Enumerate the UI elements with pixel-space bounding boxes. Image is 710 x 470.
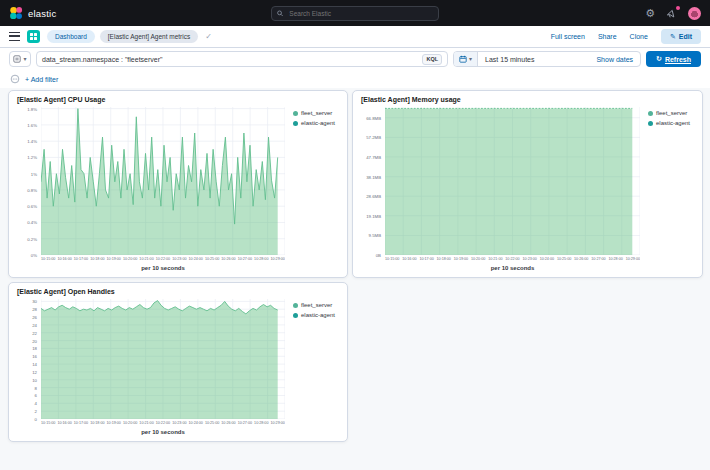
user-avatar[interactable] xyxy=(688,7,701,20)
y-tick-label: 0% xyxy=(31,253,37,258)
series-dot xyxy=(293,303,298,308)
x-tick-label: 10:18:00 xyxy=(90,257,104,265)
legend-item-fleet_server[interactable]: fleet_server xyxy=(648,110,698,116)
newsfeed-icon[interactable] xyxy=(666,8,677,19)
search-input[interactable] xyxy=(287,9,433,18)
y-tick-label: 8 xyxy=(35,385,37,390)
elastic-logo[interactable]: elastic xyxy=(9,6,56,20)
plot-area[interactable] xyxy=(385,107,640,255)
legend: fleet_serverelastic-agent xyxy=(640,107,700,255)
full-screen-button[interactable]: Full screen xyxy=(551,33,585,40)
dashboard-app-icon[interactable] xyxy=(27,30,40,43)
breadcrumb-dashboard[interactable]: Dashboard xyxy=(47,30,95,43)
add-filter-button[interactable]: + Add filter xyxy=(25,76,58,83)
saved-check-icon: ✓ xyxy=(205,32,212,41)
y-tick-label: 28.6MB xyxy=(366,194,381,199)
plot-area[interactable] xyxy=(41,299,285,419)
y-tick-label: 6 xyxy=(35,393,37,398)
legend-item-elastic-agent[interactable]: elastic-agent xyxy=(293,312,343,318)
x-tick-label: 10:23:00 xyxy=(172,421,186,429)
x-tick-label: 10:28:00 xyxy=(254,421,268,429)
x-axis-title: per 10 seconds xyxy=(41,428,285,439)
series-dot xyxy=(648,111,653,116)
x-tick-label: 10:26:00 xyxy=(574,257,588,265)
filter-settings-icon[interactable] xyxy=(10,74,20,84)
x-tick-label: 10:22:00 xyxy=(156,257,170,265)
x-tick-label: 10:18:00 xyxy=(90,421,104,429)
query-text: data_stream.namespace : "fleetserver" xyxy=(42,56,163,63)
legend-label: elastic-agent xyxy=(301,312,335,318)
search-icon xyxy=(277,10,283,17)
y-tick-label: 28 xyxy=(32,307,37,312)
x-tick-label: 10:21:00 xyxy=(139,421,153,429)
area-series xyxy=(41,301,278,419)
series-dot xyxy=(293,111,298,116)
panel-title[interactable]: [Elastic Agent] Open Handles xyxy=(9,283,347,296)
y-tick-label: 16 xyxy=(32,354,37,359)
x-tick-label: 10:19:00 xyxy=(107,257,121,265)
panel-title[interactable]: [Elastic Agent] CPU Usage xyxy=(9,91,347,104)
y-tick-label: 1.6% xyxy=(27,122,37,127)
legend-item-elastic-agent[interactable]: elastic-agent xyxy=(648,120,698,126)
y-tick-label: 0.8% xyxy=(27,187,37,192)
x-tick-label: 10:27:00 xyxy=(238,421,252,429)
x-tick-label: 10:20:00 xyxy=(471,257,485,265)
show-dates-button[interactable]: Show dates xyxy=(596,56,640,63)
saved-query-icon xyxy=(13,55,21,63)
y-tick-label: 57.2MB xyxy=(366,135,381,140)
legend-item-fleet_server[interactable]: fleet_server xyxy=(293,302,343,308)
x-tick-label: 10:17:00 xyxy=(419,257,433,265)
refresh-icon: ↻ xyxy=(656,55,662,63)
edit-button[interactable]: ✎ Edit xyxy=(661,29,701,44)
series-dot xyxy=(293,313,298,318)
y-tick-label: 9.5MB xyxy=(369,233,381,238)
y-tick-label: 0.6% xyxy=(27,204,37,209)
y-tick-label: 4 xyxy=(35,401,37,406)
clone-button[interactable]: Clone xyxy=(630,33,648,40)
x-tick-label: 10:17:00 xyxy=(74,421,88,429)
share-button[interactable]: Share xyxy=(598,33,617,40)
x-tick-label: 10:16:00 xyxy=(57,421,71,429)
x-tick-label: 10:18:00 xyxy=(437,257,451,265)
y-tick-label: 1.2% xyxy=(27,155,37,160)
plot-area[interactable] xyxy=(41,107,285,255)
kql-query-input[interactable]: data_stream.namespace : "fleetserver" KQ… xyxy=(36,51,448,67)
x-tick-label: 10:20:00 xyxy=(123,421,137,429)
panel-title[interactable]: [Elastic Agent] Memory usage xyxy=(353,91,702,104)
x-tick-label: 10:22:00 xyxy=(505,257,519,265)
menu-icon[interactable] xyxy=(9,32,20,41)
refresh-button[interactable]: ↻ Refresh xyxy=(646,51,701,67)
y-axis: 1.8%1.6%1.4%1.2%1%0.8%0.6%0.4%0.2%0% xyxy=(11,107,41,255)
legend-item-fleet_server[interactable]: fleet_server xyxy=(293,110,343,116)
y-tick-label: 2 xyxy=(35,409,37,414)
x-tick-label: 10:15:00 xyxy=(41,257,55,265)
nav-bar: Dashboard [Elastic Agent] Agent metrics … xyxy=(0,26,710,48)
legend-label: fleet_server xyxy=(301,110,332,116)
x-tick-label: 10:16:00 xyxy=(402,257,416,265)
legend-item-elastic-agent[interactable]: elastic-agent xyxy=(293,120,343,126)
global-search[interactable] xyxy=(271,6,439,21)
saved-query-menu-button[interactable]: ▾ xyxy=(9,51,31,67)
megaphone-glyph xyxy=(666,8,677,19)
gear-icon[interactable]: ⚙ xyxy=(645,8,655,19)
x-tick-label: 10:24:00 xyxy=(540,257,554,265)
legend: fleet_serverelastic-agent xyxy=(285,299,345,419)
x-tick-label: 10:28:00 xyxy=(254,257,268,265)
x-tick-label: 10:29:00 xyxy=(270,257,284,265)
elastic-logo-icon xyxy=(9,6,23,20)
y-tick-label: 66.8MB xyxy=(366,115,381,120)
query-bar: ▾ data_stream.namespace : "fleetserver" … xyxy=(0,48,710,70)
x-tick-label: 10:23:00 xyxy=(523,257,537,265)
query-language-button[interactable]: KQL xyxy=(422,54,442,65)
y-tick-label: 24 xyxy=(32,322,37,327)
x-tick-label: 10:29:00 xyxy=(270,421,284,429)
calendar-menu-button[interactable]: ▾ xyxy=(454,52,478,66)
dashboard-area: [Elastic Agent] CPU Usage 1.8%1.6%1.4%1.… xyxy=(0,88,710,470)
brand-name: elastic xyxy=(28,8,56,19)
x-tick-label: 10:15:00 xyxy=(41,421,55,429)
time-range-value[interactable]: Last 15 minutes xyxy=(478,56,541,63)
y-tick-label: 18 xyxy=(32,346,37,351)
y-tick-label: 19.1MB xyxy=(366,213,381,218)
x-tick-label: 10:17:00 xyxy=(74,257,88,265)
y-tick-label: 14 xyxy=(32,362,37,367)
